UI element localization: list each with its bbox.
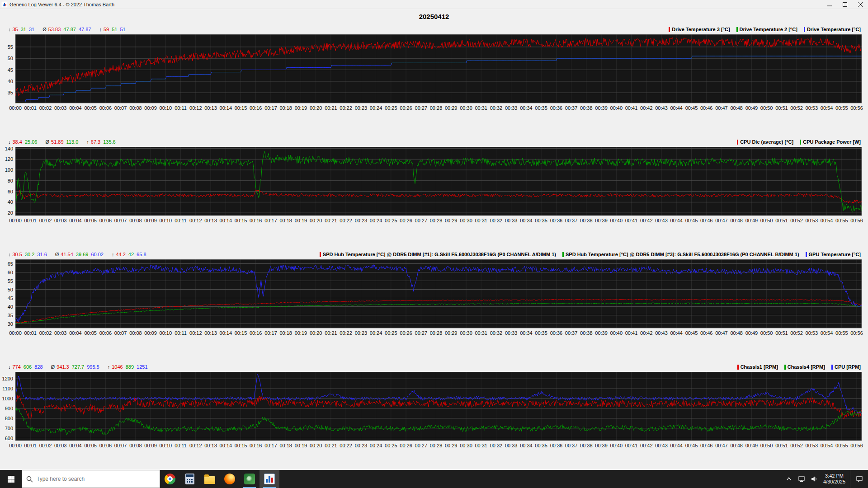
app-window: Generic Log Viewer 6.4 - © 2022 Thomas B… [0, 0, 868, 488]
clock-time: 3:42 PM [823, 473, 845, 479]
network-icon [798, 475, 805, 483]
svg-text:00:20: 00:20 [310, 218, 322, 223]
svg-text:00:08: 00:08 [129, 330, 142, 336]
taskbar-item-file-explorer[interactable] [200, 470, 220, 488]
svg-text:00:42: 00:42 [640, 218, 653, 223]
svg-text:00:16: 00:16 [250, 218, 262, 223]
svg-text:00:44: 00:44 [670, 218, 683, 223]
svg-text:00:08: 00:08 [129, 443, 142, 448]
tray-volume-button[interactable] [808, 470, 821, 488]
svg-text:00:08: 00:08 [129, 105, 142, 111]
svg-text:00:27: 00:27 [415, 443, 428, 448]
clock[interactable]: 3:42 PM 4/30/2025 [821, 473, 850, 485]
tray-chevron-button[interactable] [783, 470, 795, 488]
svg-text:00:21: 00:21 [325, 105, 337, 111]
svg-text:45: 45 [8, 67, 13, 73]
stats-row: ↓30.530.231.6Ø41.5439.6960.02↑44.24265.8 [8, 252, 155, 257]
svg-text:00:16: 00:16 [250, 443, 262, 448]
svg-text:00:47: 00:47 [715, 443, 728, 448]
svg-text:00:35: 00:35 [535, 443, 547, 448]
firefox-icon [224, 474, 235, 484]
svg-text:00:53: 00:53 [806, 105, 818, 111]
search-input[interactable] [22, 470, 160, 488]
svg-text:00:31: 00:31 [475, 218, 487, 223]
start-button[interactable] [0, 470, 22, 488]
svg-text:00:50: 00:50 [760, 443, 773, 448]
svg-text:00:48: 00:48 [730, 443, 743, 448]
svg-text:00:27: 00:27 [415, 218, 428, 223]
svg-text:00:50: 00:50 [760, 330, 773, 336]
legend-marker-icon [800, 140, 801, 145]
svg-text:00:51: 00:51 [775, 105, 788, 111]
legend-item: SPD Hub Temperature [°C] @ DDR5 DIMM [#1… [320, 252, 556, 257]
svg-text:00:26: 00:26 [400, 330, 412, 336]
svg-text:00:40: 00:40 [610, 105, 623, 111]
svg-text:00:13: 00:13 [204, 105, 217, 111]
chrome-icon [165, 474, 175, 484]
chart-plot[interactable]: 2040608010012014000:0000:0100:0200:0300:… [0, 147, 868, 225]
svg-text:55: 55 [8, 278, 13, 284]
svg-text:00:46: 00:46 [700, 443, 713, 448]
svg-text:00:29: 00:29 [445, 105, 458, 111]
maximize-button[interactable] [837, 0, 853, 9]
svg-text:00:06: 00:06 [99, 105, 112, 111]
svg-text:00:43: 00:43 [655, 443, 668, 448]
taskbar-item-log-viewer[interactable] [259, 470, 279, 488]
svg-text:00:37: 00:37 [565, 330, 578, 336]
svg-text:00:10: 00:10 [160, 105, 172, 111]
legend-item: Chassis4 [RPM] [784, 364, 825, 370]
svg-text:00:41: 00:41 [625, 218, 638, 223]
svg-text:00:05: 00:05 [84, 218, 97, 223]
legend: CPU Die (average) [°C]CPU Package Power … [731, 139, 861, 145]
chart-plot[interactable]: 354045505500:0000:0100:0200:0300:0400:05… [0, 34, 868, 112]
minimize-button[interactable] [822, 0, 837, 9]
svg-text:00:05: 00:05 [84, 105, 97, 111]
legend: Chassis1 [RPM]Chassis4 [RPM]CPU [RPM] [731, 364, 861, 370]
svg-text:00:53: 00:53 [806, 330, 818, 336]
svg-text:00:13: 00:13 [204, 330, 217, 336]
legend-marker-icon [804, 27, 805, 32]
svg-text:00:15: 00:15 [235, 105, 247, 111]
svg-text:00:18: 00:18 [279, 218, 292, 223]
svg-text:00:24: 00:24 [370, 218, 382, 223]
svg-text:00:44: 00:44 [670, 443, 683, 448]
tray-network-button[interactable] [795, 470, 808, 488]
svg-text:00:21: 00:21 [325, 443, 337, 448]
stats-row: ↓774606828Ø941.3727.7995.5↑10468891251 [8, 364, 156, 370]
svg-text:00:29: 00:29 [445, 218, 458, 223]
action-center-button[interactable] [850, 470, 868, 488]
svg-text:00:19: 00:19 [295, 218, 307, 223]
chart-plot[interactable]: 303540455055606500:0000:0100:0200:0300:0… [0, 259, 868, 337]
legend-item: CPU Package Power [W] [800, 139, 861, 145]
taskbar-item-firefox[interactable] [220, 470, 240, 488]
svg-text:120: 120 [5, 156, 13, 162]
svg-text:00:42: 00:42 [640, 105, 653, 111]
svg-text:00:48: 00:48 [730, 218, 743, 223]
svg-text:00:32: 00:32 [490, 105, 503, 111]
taskbar-item-chrome[interactable] [160, 470, 180, 488]
svg-text:65: 65 [8, 261, 13, 267]
svg-text:00:04: 00:04 [69, 443, 82, 448]
log-viewer-icon [264, 474, 275, 484]
stats-row: ↓353131Ø53.8347.8747.87↑595151 [8, 27, 134, 32]
taskbar-item-calculator[interactable] [180, 470, 200, 488]
svg-text:00:38: 00:38 [580, 218, 593, 223]
taskbar-item-green-app[interactable] [240, 470, 259, 488]
legend-marker-icon [736, 27, 738, 32]
close-button[interactable] [853, 0, 868, 9]
svg-text:140: 140 [5, 147, 13, 151]
svg-text:00:29: 00:29 [445, 443, 458, 448]
svg-text:00:07: 00:07 [114, 218, 127, 223]
svg-text:00:22: 00:22 [340, 443, 352, 448]
svg-text:00:42: 00:42 [640, 330, 653, 336]
svg-text:00:27: 00:27 [415, 330, 428, 336]
svg-text:00:55: 00:55 [835, 105, 848, 111]
taskbar: 3:42 PM 4/30/2025 [0, 470, 868, 488]
svg-text:00:56: 00:56 [850, 105, 863, 111]
svg-text:80: 80 [8, 178, 13, 183]
chart-plot[interactable]: 60070080090010001100120000:0000:0100:020… [0, 372, 868, 450]
svg-text:00:00: 00:00 [9, 218, 22, 223]
window-titlebar: Generic Log Viewer 6.4 - © 2022 Thomas B… [0, 0, 868, 9]
svg-text:00:35: 00:35 [535, 105, 547, 111]
svg-text:00:11: 00:11 [175, 105, 187, 111]
